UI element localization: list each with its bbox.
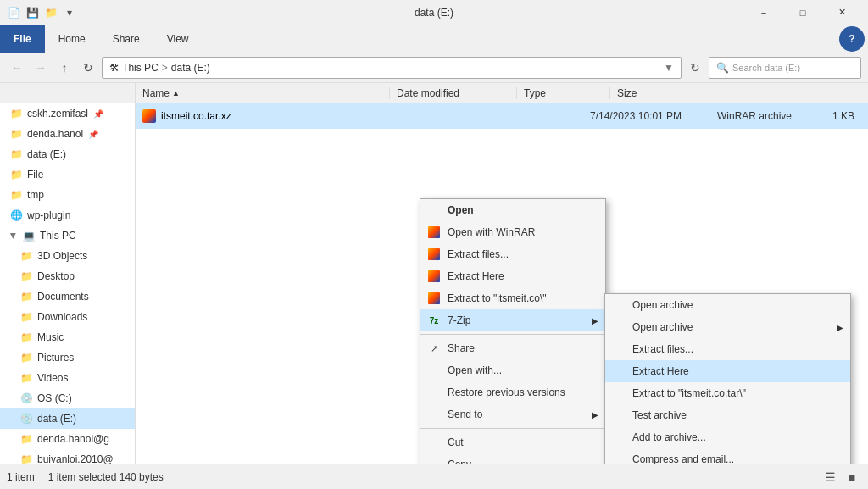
tab-home[interactable]: Home xyxy=(45,25,99,53)
refresh-button[interactable]: ↻ xyxy=(78,58,98,78)
address-bar[interactable]: 🛠 This PC > data (E:) ▼ xyxy=(102,57,682,79)
extract-files-icon xyxy=(427,247,441,261)
sidebar-item-os-c[interactable]: 💿 OS (C:) xyxy=(0,388,135,408)
address-pc: 🛠 This PC xyxy=(109,62,159,74)
titlebar-icons: 📄 💾 📁 ▾ xyxy=(7,6,76,19)
sidebar-item-this-pc[interactable]: ▶ 💻 This PC xyxy=(0,225,135,246)
menu-label: Extract to "itsmeit.co.tar\" xyxy=(632,387,746,399)
pin-icon: 📌 xyxy=(93,109,103,119)
menu-label: Send to xyxy=(448,408,482,420)
ribbon-file-tab[interactable]: File xyxy=(0,25,45,53)
table-row[interactable]: itsmeit.co.tar.xz 7/14/2023 10:01 PM Win… xyxy=(136,103,868,129)
sidebar-item-label: File xyxy=(27,169,43,181)
maximize-button[interactable]: □ xyxy=(783,0,822,25)
close-button[interactable]: ✕ xyxy=(822,0,861,25)
sidebar-item-label: This PC xyxy=(40,230,76,242)
extract-here-icon xyxy=(427,270,441,283)
sidebar-item-label: data (E:) xyxy=(27,148,66,160)
file-date-cell: 7/14/2023 10:01 PM xyxy=(590,110,717,122)
sidebar-item-data-e[interactable]: 📁 data (E:) xyxy=(0,144,135,164)
sidebar-item-documents[interactable]: 📁 Documents xyxy=(0,286,135,307)
folder-pics-icon: 📁 xyxy=(20,352,32,364)
navigation-bar: ← → ↑ ↻ 🛠 This PC > data (E:) ▼ ↻ 🔍 Sear… xyxy=(0,53,868,83)
menu-item-open[interactable]: Open xyxy=(420,199,605,221)
menu-item-extract-here-sub[interactable]: Extract Here xyxy=(605,360,850,382)
menu-label: Extract files... xyxy=(448,248,509,260)
sidebar-item-music[interactable]: 📁 Music xyxy=(0,327,135,347)
col-header-type[interactable]: Type xyxy=(517,87,610,99)
menu-item-cut[interactable]: Cut xyxy=(420,431,605,453)
menu-item-open-archive[interactable]: Open archive xyxy=(605,294,850,316)
share-icon: ↗ xyxy=(427,342,441,355)
up-button[interactable]: ↑ xyxy=(54,58,75,78)
sidebar-item-denda-hanoi2[interactable]: 📁 denda.hanoi@g xyxy=(0,429,135,449)
menu-item-test-archive[interactable]: Test archive xyxy=(605,404,850,426)
address-refresh-icon[interactable]: ↻ xyxy=(685,58,705,78)
menu-item-restore-prev[interactable]: Restore previous versions xyxy=(420,381,605,403)
menu-item-7zip[interactable]: 7z 7-Zip ▶ xyxy=(420,309,605,331)
menu-item-extract-to[interactable]: Extract to "itsmeit.co\" xyxy=(420,287,605,309)
sidebar-item-tmp[interactable]: 📁 tmp xyxy=(0,185,135,205)
tab-view[interactable]: View xyxy=(153,25,203,53)
menu-label: Restore previous versions xyxy=(448,386,565,398)
folder-icon: 📁 xyxy=(10,169,22,181)
sidebar: 📁 cskh.zemifasl 📌 📁 denda.hanoi 📌 📁 data… xyxy=(0,103,136,464)
menu-item-share[interactable]: ↗ Share xyxy=(420,337,605,359)
drive-e-icon: 💿 xyxy=(20,413,32,425)
help-button[interactable]: ? xyxy=(839,26,865,52)
sidebar-item-label: tmp xyxy=(27,189,44,201)
dropdown-arrow-icon[interactable]: ▾ xyxy=(63,6,76,19)
menu-item-copy[interactable]: Copy xyxy=(420,453,605,464)
menu-item-extract-files[interactable]: Extract files... xyxy=(420,243,605,265)
sidebar-item-label: buivanloi.2010@ xyxy=(37,453,114,464)
menu-item-open-with[interactable]: Open with... xyxy=(420,359,605,381)
sidebar-item-denda-hanoi[interactable]: 📁 denda.hanoi 📌 xyxy=(0,124,135,144)
tab-share[interactable]: Share xyxy=(99,25,153,53)
sidebar-item-desktop[interactable]: 📁 Desktop xyxy=(0,266,135,286)
sidebar-item-videos[interactable]: 📁 Videos xyxy=(0,368,135,388)
menu-item-open-winrar[interactable]: Open with WinRAR xyxy=(420,221,605,243)
large-icons-view-button[interactable]: ■ xyxy=(843,468,861,486)
sidebar-item-downloads[interactable]: 📁 Downloads xyxy=(0,307,135,327)
col-header-size[interactable]: Size xyxy=(610,87,661,99)
col-header-date[interactable]: Date modified xyxy=(390,87,517,99)
item-count: 1 item xyxy=(7,471,35,483)
menu-item-extract-here[interactable]: Extract Here xyxy=(420,265,605,287)
col-header-name[interactable]: Name ▲ xyxy=(136,87,390,99)
sidebar-item-data-e2[interactable]: 💿 data (E:) xyxy=(0,408,135,429)
sidebar-item-pictures[interactable]: 📁 Pictures xyxy=(0,347,135,368)
sidebar-item-cskh-zemifasl[interactable]: 📁 cskh.zemifasl 📌 xyxy=(0,103,135,124)
forward-button[interactable]: → xyxy=(31,58,51,78)
address-drive: data (E:) xyxy=(171,62,210,74)
folder-3d-icon: 📁 xyxy=(20,250,32,262)
menu-item-extract-files-sub[interactable]: Extract files... xyxy=(605,338,850,360)
search-box[interactable]: 🔍 Search data (E:) xyxy=(709,57,861,79)
details-view-button[interactable]: ☰ xyxy=(821,468,839,486)
sidebar-item-wp-plugin[interactable]: 🌐 wp-plugin xyxy=(0,205,135,225)
sidebar-item-label: wp-plugin xyxy=(27,209,70,221)
sidebar-item-buivanloi[interactable]: 📁 buivanloi.2010@ xyxy=(0,449,135,464)
file-size-cell: 1 KB xyxy=(810,110,861,122)
sidebar-item-label: cskh.zemifasl xyxy=(27,108,88,119)
folder-icon: 📁 xyxy=(10,189,22,201)
folder-desktop-icon: 📁 xyxy=(20,270,32,282)
menu-item-send-to[interactable]: Send to ▶ xyxy=(420,403,605,425)
sidebar-item-label: Pictures xyxy=(37,352,74,364)
folder-icon: 📁 xyxy=(10,128,22,140)
menu-separator-1 xyxy=(420,334,605,335)
page-icon: 📄 xyxy=(7,6,20,19)
sidebar-item-3d-objects[interactable]: 📁 3D Objects xyxy=(0,246,135,266)
main-content: 📁 cskh.zemifasl 📌 📁 denda.hanoi 📌 📁 data… xyxy=(0,103,868,464)
address-dropdown-icon[interactable]: ▼ xyxy=(664,62,674,74)
search-placeholder: Search data (E:) xyxy=(732,63,800,73)
menu-item-compress-email[interactable]: Compress and email... xyxy=(605,448,850,464)
sidebar-item-file[interactable]: 📁 File xyxy=(0,164,135,185)
breadcrumb-arrow: > xyxy=(162,62,168,74)
menu-item-add-archive[interactable]: Add to archive... xyxy=(605,426,850,448)
menu-label: Extract to "itsmeit.co\" xyxy=(448,292,547,304)
menu-item-open-archive-sub[interactable]: Open archive ▶ xyxy=(605,316,850,338)
titlebar-title: data (E:) xyxy=(415,7,453,19)
menu-item-extract-to-sub[interactable]: Extract to "itsmeit.co.tar\" xyxy=(605,382,850,404)
back-button[interactable]: ← xyxy=(7,58,27,78)
minimize-button[interactable]: − xyxy=(744,0,783,25)
